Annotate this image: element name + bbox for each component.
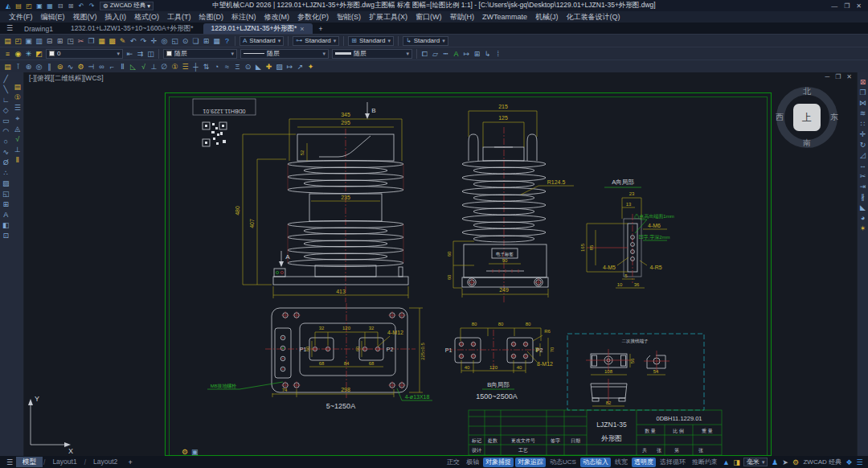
unit-select[interactable]: 毫米 ▾ bbox=[743, 458, 768, 466]
hole-icon[interactable]: ⊙ bbox=[243, 61, 253, 72]
spring-icon[interactable]: ∿ bbox=[65, 61, 76, 72]
plot-style-icon[interactable]: ▱ bbox=[430, 48, 440, 60]
erase-icon[interactable]: ⊠ bbox=[858, 77, 868, 88]
spline-icon[interactable]: ∿ bbox=[1, 147, 11, 158]
break-line-icon[interactable]: ≈ bbox=[222, 61, 232, 72]
layer-isolate-icon[interactable]: ◫ bbox=[145, 48, 156, 60]
circle-icon[interactable]: ○ bbox=[1, 137, 11, 147]
menu-insert[interactable]: 插入(I) bbox=[101, 12, 131, 23]
bolt-icon[interactable]: ⊺ bbox=[13, 61, 23, 72]
layer-properties-icon[interactable]: ≡ bbox=[2, 48, 13, 60]
save-icon[interactable]: ▣ bbox=[35, 2, 44, 10]
layout-menu-icon[interactable]: ☰ bbox=[3, 458, 16, 466]
plot-preview-icon[interactable]: ⊞ bbox=[66, 2, 76, 10]
text-style-icon[interactable]: A bbox=[451, 48, 461, 60]
sheet-settings-icon[interactable]: ▤ bbox=[12, 82, 23, 92]
menu-format[interactable]: 格式(O) bbox=[130, 12, 163, 23]
pipe-icon[interactable]: Ⅱ bbox=[117, 61, 128, 72]
new-tab-button[interactable]: + bbox=[314, 23, 328, 34]
new-layout-button[interactable]: + bbox=[124, 458, 137, 466]
plot-icon[interactable]: ⊟ bbox=[55, 2, 65, 10]
menu-help[interactable]: 帮助(H) bbox=[446, 12, 479, 23]
doc-close-button[interactable]: ✕ bbox=[846, 73, 852, 80]
array-icon[interactable]: ∷ bbox=[858, 119, 868, 129]
stretch-icon[interactable]: ↔ bbox=[858, 161, 868, 171]
rotate-icon[interactable]: ↻ bbox=[858, 140, 868, 150]
layer-select[interactable]: 0 ▾ bbox=[46, 49, 123, 59]
dim-style-select[interactable]: ⊶ Standard ▾ bbox=[293, 36, 339, 46]
hatch-icon[interactable]: ▨ bbox=[1, 179, 11, 189]
line-tool-icon[interactable]: ╱ bbox=[1, 74, 11, 84]
menu-view[interactable]: 视图(V) bbox=[69, 12, 101, 23]
extend-icon[interactable]: ⇥ bbox=[858, 182, 868, 192]
mtext-icon[interactable]: A bbox=[1, 210, 11, 220]
draworder-icon[interactable]: ⧠ bbox=[420, 48, 430, 60]
menu-modify[interactable]: 修改(M) bbox=[260, 12, 294, 23]
toggle-cycle[interactable]: 选择循环 bbox=[657, 458, 688, 467]
surface-finish-icon[interactable]: √ bbox=[138, 61, 149, 72]
mirror-icon[interactable]: ⋈ bbox=[858, 98, 868, 109]
menu-draw[interactable]: 绘图(D) bbox=[195, 12, 228, 23]
tab-layout2[interactable]: Layout2 bbox=[87, 457, 124, 467]
detail-view-icon[interactable]: ◔ bbox=[211, 61, 222, 72]
toggle-polar[interactable]: 极轴 bbox=[464, 458, 481, 467]
pan-icon[interactable]: ✛ bbox=[149, 35, 159, 47]
settings-gear-icon[interactable]: ⚙ bbox=[790, 458, 800, 466]
toggle-lwt[interactable]: 线宽 bbox=[612, 458, 630, 467]
viewcube-west[interactable]: 西 bbox=[776, 112, 784, 123]
mleader-style-select[interactable]: ↳ Standard ▾ bbox=[403, 36, 448, 46]
save-all-icon[interactable]: ▦ bbox=[45, 2, 55, 10]
menu-file[interactable]: 文件(F) bbox=[5, 12, 37, 23]
menu-tools[interactable]: 工具(T) bbox=[163, 12, 195, 23]
select-cursor-icon[interactable]: ➤ bbox=[780, 458, 790, 466]
balloon-icon[interactable]: ① bbox=[170, 61, 180, 72]
undo-icon[interactable]: ↶ bbox=[76, 2, 86, 10]
datum-icon[interactable]: ⊥ bbox=[12, 145, 23, 155]
zoom-previous-icon[interactable]: ⊙ bbox=[180, 35, 190, 47]
text-style-select[interactable]: A Standard ▾ bbox=[240, 36, 284, 46]
beam-icon[interactable]: Ⅱ bbox=[12, 155, 23, 166]
viewport-label[interactable]: [-][俯视][二维线框][WCS] bbox=[29, 74, 104, 84]
toggle-osnap[interactable]: 对象捕捉 bbox=[483, 458, 514, 467]
dim-style-icon[interactable]: ↦ bbox=[461, 48, 472, 60]
menu-chemical[interactable]: 化工装备设计(Q) bbox=[563, 12, 624, 23]
viewcube-south[interactable]: 南 bbox=[803, 138, 811, 149]
open-folder-icon[interactable]: ◰ bbox=[24, 2, 34, 10]
mleader-style-icon[interactable]: ↳ bbox=[482, 48, 493, 60]
close-button[interactable]: ✕ bbox=[856, 2, 862, 10]
main-menu-icon[interactable]: ☰ bbox=[3, 24, 16, 32]
viewcube-north[interactable]: 北 bbox=[803, 86, 811, 97]
menu-smart[interactable]: 智能(S) bbox=[333, 12, 365, 23]
format-painter-icon[interactable]: ✎ bbox=[117, 35, 128, 47]
redo-icon[interactable]: ↷ bbox=[138, 35, 149, 47]
canvas-panel-icon[interactable]: ▣ bbox=[191, 448, 199, 456]
roughness-icon[interactable]: √ bbox=[12, 134, 23, 145]
viewcube-up-face[interactable]: 上 bbox=[793, 104, 821, 131]
menu-zwteammate[interactable]: ZWTeammate bbox=[478, 13, 531, 21]
symbol-icon[interactable]: ✦ bbox=[305, 61, 316, 72]
fullscreen-icon[interactable]: ❖ bbox=[844, 458, 854, 466]
doc-tab-1229[interactable]: 1229.01+LJZN1-35+外形图* × bbox=[203, 23, 313, 34]
thread-icon[interactable]: Ξ bbox=[232, 61, 243, 72]
workspace-icon[interactable]: ◨ bbox=[731, 458, 742, 466]
minimize-button[interactable]: — bbox=[831, 2, 837, 10]
cut-icon[interactable]: ✂ bbox=[76, 35, 86, 47]
balloon-icon[interactable]: ① bbox=[12, 92, 23, 103]
layer-previous-icon[interactable]: ⇤ bbox=[125, 48, 135, 60]
zoom-window-icon[interactable]: ◱ bbox=[170, 35, 180, 47]
bom-icon[interactable]: ☰ bbox=[180, 61, 190, 72]
hatch-icon[interactable]: ▨ bbox=[274, 61, 285, 72]
app-logo-icon[interactable]: ◭ bbox=[3, 2, 13, 10]
named-views-icon[interactable]: ▦ bbox=[211, 35, 222, 47]
chamfer-icon[interactable]: ◣ bbox=[858, 203, 868, 213]
lineweight-select[interactable]: 随层 ▾ bbox=[332, 49, 412, 59]
user-icon[interactable]: ♟ bbox=[769, 458, 780, 466]
trim-icon[interactable]: ✂ bbox=[858, 171, 868, 182]
new-file-icon[interactable]: ▤ bbox=[2, 35, 13, 47]
menu-parametric[interactable]: 参数化(P) bbox=[293, 12, 333, 23]
polygon-icon[interactable]: ◇ bbox=[1, 105, 11, 116]
centerline-icon[interactable]: ┼ bbox=[190, 61, 201, 72]
nut-icon[interactable]: ⊛ bbox=[23, 61, 34, 72]
datum-icon[interactable]: ⊥ bbox=[149, 61, 159, 72]
layer-on-icon[interactable]: ◉ bbox=[13, 48, 23, 60]
